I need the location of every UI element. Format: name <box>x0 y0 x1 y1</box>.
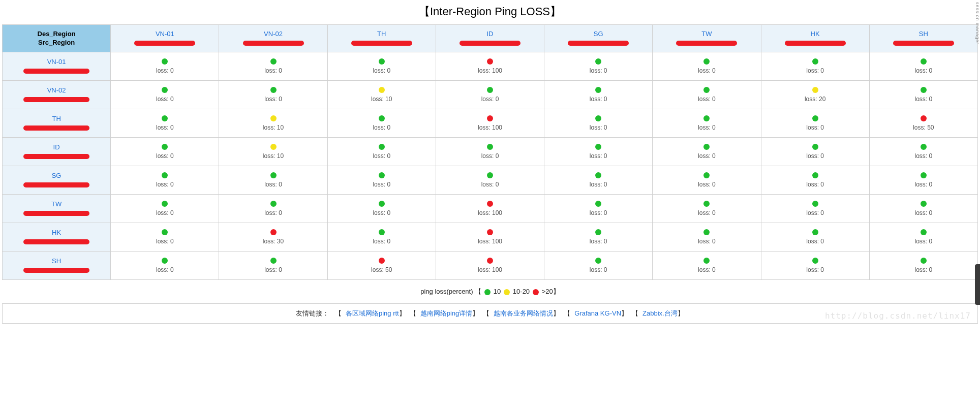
loss-value: loss: 0 <box>481 181 499 188</box>
loss-value: loss: 0 <box>698 96 716 103</box>
legend-bar: ping loss(percent) 【 10 10-20 >20】 <box>0 280 980 301</box>
status-dot-green-icon <box>270 58 277 65</box>
loss-cell: loss: 100 <box>436 195 544 223</box>
legend-close-bracket: 】 <box>553 288 560 295</box>
redacted-ip <box>351 41 412 46</box>
loss-cell: loss: 0 <box>869 52 977 81</box>
status-dot-green-icon <box>595 258 601 264</box>
side-panel-handle[interactable] <box>975 264 980 305</box>
loss-cell: loss: 0 <box>761 109 869 138</box>
status-dot-green-icon <box>162 172 168 178</box>
legend-item-text: 10-20 <box>511 288 530 295</box>
loss-cell: loss: 0 <box>544 195 653 223</box>
footer-open-bracket: 【 <box>632 309 638 317</box>
footer-link[interactable]: 越南各业务网络情况 <box>494 309 553 317</box>
status-dot-green-icon <box>162 201 168 207</box>
row-region-name: TH <box>5 115 108 122</box>
status-dot-red-icon <box>487 229 493 235</box>
footer-link[interactable]: 越南网络ping详情 <box>420 309 473 317</box>
row-region-name: VN-01 <box>5 58 108 66</box>
loss-cell: loss: 0 <box>544 166 653 195</box>
col-region-name: VN-02 <box>221 30 325 38</box>
loss-value: loss: 50 <box>913 124 934 131</box>
loss-value: loss: 0 <box>481 96 499 103</box>
row-header-TW: TW <box>3 195 111 223</box>
loss-value: loss: 0 <box>590 124 607 131</box>
loss-cell: loss: 0 <box>761 52 869 81</box>
status-dot-green-icon <box>595 58 601 65</box>
status-dot-green-icon <box>162 115 168 121</box>
row-header-VN-01: VN-01 <box>3 52 111 81</box>
col-region-name: TW <box>655 30 758 38</box>
status-dot-green-icon <box>812 172 818 178</box>
loss-value: loss: 0 <box>373 181 390 188</box>
loss-value: loss: 20 <box>805 96 825 103</box>
loss-value: loss: 0 <box>698 181 716 188</box>
footer-open-bracket: 【 <box>410 309 416 317</box>
loss-value: loss: 100 <box>478 238 502 245</box>
status-dot-green-icon <box>703 144 710 150</box>
loss-cell: loss: 0 <box>111 81 219 109</box>
loss-cell: loss: 0 <box>761 138 869 166</box>
status-dot-green-icon <box>270 87 277 93</box>
page-title: 【Inter-Region Ping LOSS】 <box>0 0 980 24</box>
loss-cell: loss: 0 <box>869 223 977 252</box>
loss-value: loss: 100 <box>478 209 502 216</box>
loss-cell: loss: 0 <box>436 166 544 195</box>
loss-value: loss: 0 <box>806 238 824 245</box>
loss-cell: loss: 0 <box>761 166 869 195</box>
status-dot-green-icon <box>921 144 927 150</box>
loss-value: loss: 0 <box>698 209 716 216</box>
loss-cell: loss: 0 <box>327 109 436 138</box>
loss-value: loss: 0 <box>698 266 716 273</box>
status-dot-red-icon <box>921 115 927 121</box>
loss-value: loss: 0 <box>915 152 933 160</box>
status-dot-yellow-icon <box>812 87 818 93</box>
row-header-SG: SG <box>3 166 111 195</box>
status-dot-yellow-icon <box>379 87 385 93</box>
loss-cell: loss: 0 <box>219 166 327 195</box>
loss-cell: loss: 0 <box>653 109 761 138</box>
footer-close-bracket: 】 <box>621 309 628 317</box>
status-dot-green-icon <box>595 87 601 93</box>
status-dot-green-icon <box>379 58 385 65</box>
footer-link[interactable]: Zabbix.台湾 <box>642 309 678 317</box>
status-dot-green-icon <box>812 258 818 264</box>
loss-value: loss: 0 <box>915 209 933 216</box>
redacted-ip <box>23 239 89 244</box>
redacted-ip <box>676 41 737 46</box>
status-dot-green-icon <box>703 201 710 207</box>
loss-cell: loss: 0 <box>219 52 327 81</box>
loss-value: loss: 0 <box>264 181 282 188</box>
loss-value: loss: 0 <box>156 96 174 103</box>
loss-value: loss: 0 <box>590 238 607 245</box>
loss-value: loss: 0 <box>156 67 174 74</box>
loss-cell: loss: 0 <box>544 252 653 280</box>
loss-value: loss: 0 <box>156 238 174 245</box>
legend-dot-yellow-icon <box>504 289 510 295</box>
redacted-ip <box>23 125 89 131</box>
status-dot-yellow-icon <box>270 144 277 150</box>
loss-cell: loss: 0 <box>761 252 869 280</box>
col-region-name: TH <box>330 30 434 38</box>
loss-value: loss: 0 <box>481 152 499 160</box>
legend-item-text: 10 <box>492 288 501 295</box>
status-dot-red-icon <box>379 258 385 264</box>
loss-cell: loss: 0 <box>761 223 869 252</box>
status-dot-green-icon <box>812 144 818 150</box>
redacted-ip <box>23 182 89 187</box>
loss-value: loss: 50 <box>371 266 392 273</box>
loss-value: loss: 0 <box>915 238 933 245</box>
status-dot-red-icon <box>487 115 493 121</box>
loss-cell: loss: 10 <box>327 81 436 109</box>
redacted-ip <box>23 69 89 74</box>
loss-value: loss: 0 <box>590 67 607 74</box>
loss-value: loss: 0 <box>698 238 716 245</box>
loss-cell: loss: 0 <box>869 252 977 280</box>
loss-cell: loss: 0 <box>544 81 653 109</box>
footer-link[interactable]: Grafana KG-VN <box>574 309 621 317</box>
loss-cell: loss: 0 <box>219 252 327 280</box>
footer-link[interactable]: 各区域网络ping rtt <box>346 309 399 317</box>
status-dot-yellow-icon <box>270 115 277 121</box>
loss-cell: loss: 0 <box>219 81 327 109</box>
